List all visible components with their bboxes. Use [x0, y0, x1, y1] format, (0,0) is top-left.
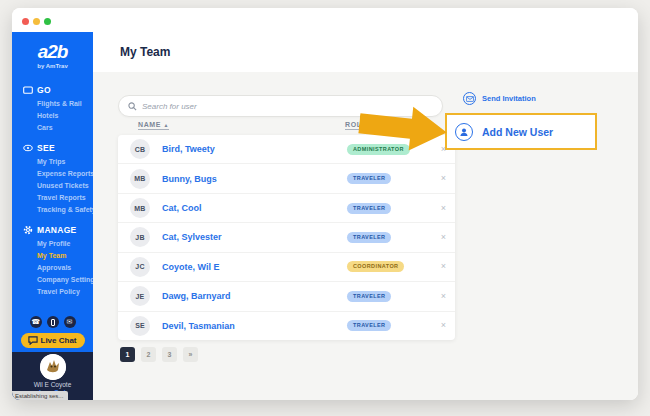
- sidebar: a2b by AmTrav GO Flights & Rail Hotels C…: [12, 32, 93, 400]
- nav-section-see: SEE My Trips Expense Reports Unused Tick…: [23, 143, 93, 216]
- page-button-3[interactable]: 3: [162, 347, 177, 362]
- role-badge: TRAVELER: [347, 320, 391, 331]
- column-header-name[interactable]: NAME ▲: [138, 121, 169, 130]
- table-row: MB Bunny, Bugs TRAVELER ×: [118, 163, 455, 192]
- sidebar-item-tracking-safety[interactable]: Tracking & Safety: [37, 204, 93, 216]
- sidebar-item-travel-policy[interactable]: Travel Policy: [37, 286, 93, 298]
- sidebar-nav: GO Flights & Rail Hotels Cars SEE: [12, 69, 93, 298]
- remove-user-icon[interactable]: ×: [441, 262, 446, 271]
- chat-bubble-icon: [27, 336, 37, 345]
- live-chat-button[interactable]: Live Chat: [20, 333, 84, 348]
- eye-icon: [23, 144, 33, 152]
- mobile-icon[interactable]: [47, 316, 59, 328]
- role-badge: TRAVELER: [347, 232, 391, 243]
- sidebar-item-company-settings[interactable]: Company Settings: [37, 274, 93, 286]
- role-badge: ADMINISTRATOR: [347, 144, 410, 155]
- remove-user-icon[interactable]: ×: [441, 233, 446, 242]
- sidebar-item-flights-rail[interactable]: Flights & Rail: [37, 98, 93, 110]
- user-name-link[interactable]: Coyote, Wil E: [162, 262, 219, 272]
- logo-text: a2b: [12, 42, 93, 61]
- table-row: JC Coyote, Wil E COORDINATOR ×: [118, 252, 455, 281]
- person-circle-icon: [455, 123, 473, 141]
- main-header: My Team: [93, 32, 638, 72]
- row-avatar: MB: [130, 198, 150, 218]
- briefcase-icon: [23, 86, 33, 94]
- person-icon: [459, 127, 469, 137]
- row-avatar: JE: [130, 286, 150, 306]
- remove-user-icon[interactable]: ×: [441, 292, 446, 301]
- column-name-label: NAME: [138, 121, 161, 128]
- user-name-link[interactable]: Cat, Sylvester: [162, 232, 222, 242]
- nav-section-label: MANAGE: [37, 225, 77, 235]
- live-chat-label: Live Chat: [40, 336, 76, 345]
- sidebar-item-unused-tickets[interactable]: Unused Tickets: [37, 180, 93, 192]
- sidebar-item-my-profile[interactable]: My Profile: [37, 238, 93, 250]
- avatar[interactable]: [40, 354, 66, 380]
- role-badge: COORDINATOR: [347, 261, 404, 272]
- sidebar-item-my-trips[interactable]: My Trips: [37, 156, 93, 168]
- role-badge: TRAVELER: [347, 173, 391, 184]
- sidebar-item-travel-reports[interactable]: Travel Reports: [37, 192, 93, 204]
- next-page-button[interactable]: »: [183, 347, 198, 362]
- remove-user-icon[interactable]: ×: [441, 204, 446, 213]
- zoom-window-icon[interactable]: [44, 18, 51, 25]
- row-avatar: JC: [130, 257, 150, 277]
- nav-section-label: SEE: [37, 143, 55, 153]
- user-name-link[interactable]: Bunny, Bugs: [162, 174, 217, 184]
- add-new-user-label: Add New User: [482, 126, 553, 138]
- user-name: Wil E Coyote: [12, 381, 93, 388]
- table-row: CB Bird, Tweety ADMINISTRATOR ×: [118, 135, 455, 163]
- add-new-user-button[interactable]: Add New User: [445, 113, 597, 150]
- coyote-avatar-image: [40, 354, 66, 380]
- page-button-2[interactable]: 2: [141, 347, 156, 362]
- user-name-link[interactable]: Devil, Tasmanian: [162, 321, 235, 331]
- table-row: SE Devil, Tasmanian TRAVELER ×: [118, 311, 455, 340]
- row-avatar: SE: [130, 316, 150, 336]
- email-icon[interactable]: ✉: [64, 316, 76, 328]
- search-input[interactable]: [142, 102, 433, 111]
- send-invitation-label: Send Invitation: [482, 94, 536, 103]
- user-name-link[interactable]: Cat, Cool: [162, 203, 202, 213]
- sidebar-item-hotels[interactable]: Hotels: [37, 110, 93, 122]
- browser-status-text: Establishing ses...: [12, 391, 68, 400]
- table-row: MB Cat, Cool TRAVELER ×: [118, 193, 455, 222]
- gear-icon: [23, 225, 33, 235]
- user-name-link[interactable]: Bird, Tweety: [162, 144, 215, 154]
- nav-section-manage: MANAGE My Profile My Team Approvals Comp…: [23, 225, 93, 298]
- role-badge: TRAVELER: [347, 291, 391, 302]
- logo[interactable]: a2b by AmTrav: [12, 32, 93, 69]
- row-avatar: JB: [130, 227, 150, 247]
- close-window-icon[interactable]: [22, 18, 29, 25]
- remove-user-icon[interactable]: ×: [441, 321, 446, 330]
- column-role-label: ROLE: [345, 121, 367, 128]
- window-titlebar: [12, 8, 638, 32]
- browser-window: a2b by AmTrav GO Flights & Rail Hotels C…: [12, 8, 638, 400]
- sidebar-item-expense-reports[interactable]: Expense Reports: [37, 168, 93, 180]
- nav-section-go: GO Flights & Rail Hotels Cars: [23, 85, 93, 134]
- column-header-role[interactable]: ROLE: [345, 121, 367, 130]
- sort-ascending-icon: ▲: [164, 122, 170, 128]
- envelope-icon: [466, 96, 474, 102]
- table-row: JB Cat, Sylvester TRAVELER ×: [118, 222, 455, 251]
- nav-section-see-header: SEE: [23, 143, 93, 153]
- remove-user-icon[interactable]: ×: [441, 174, 446, 183]
- sidebar-item-my-team[interactable]: My Team: [37, 250, 93, 262]
- table-row: JE Dawg, Barnyard TRAVELER ×: [118, 281, 455, 310]
- search-icon: [128, 102, 137, 111]
- nav-section-manage-header: MANAGE: [23, 225, 93, 235]
- nav-section-label: GO: [37, 85, 51, 95]
- team-table: CB Bird, Tweety ADMINISTRATOR × MB Bunny…: [118, 135, 455, 340]
- nav-section-go-header: GO: [23, 85, 93, 95]
- pagination: 1 2 3 »: [120, 347, 198, 362]
- send-invitation-button[interactable]: Send Invitation: [463, 92, 536, 105]
- phone-icon[interactable]: ☎: [30, 316, 42, 328]
- page-title: My Team: [120, 45, 170, 59]
- page-button-1[interactable]: 1: [120, 347, 135, 362]
- envelope-circle-icon: [463, 92, 476, 105]
- user-name-link[interactable]: Dawg, Barnyard: [162, 291, 231, 301]
- sidebar-item-cars[interactable]: Cars: [37, 122, 93, 134]
- main-content: My Team NAME ▲ ROLE CB Bird, Tweety ADMI…: [93, 32, 638, 400]
- sidebar-item-approvals[interactable]: Approvals: [37, 262, 93, 274]
- minimize-window-icon[interactable]: [33, 18, 40, 25]
- contact-icons: ☎ ✉: [12, 316, 93, 328]
